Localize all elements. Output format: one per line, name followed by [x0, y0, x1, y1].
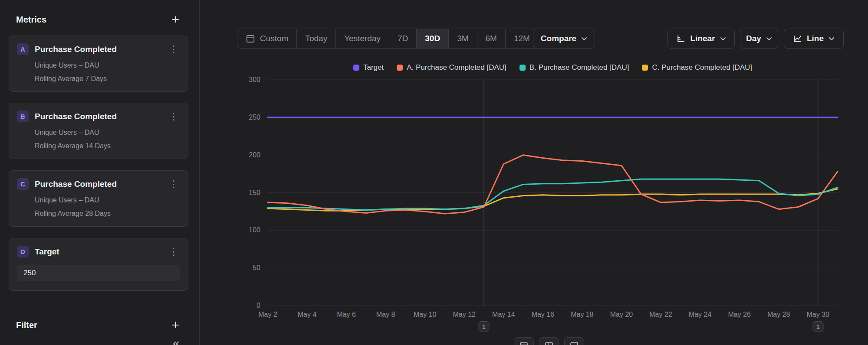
- metric-badge-c: C: [17, 178, 29, 190]
- panel-icon: [545, 342, 553, 345]
- range-button-yesterday[interactable]: Yesterday: [336, 29, 389, 48]
- metric-card-a[interactable]: A Purchase Completed ⋮ Unique Users – DA…: [9, 36, 188, 92]
- kebab-menu-icon[interactable]: ⋮: [167, 45, 180, 54]
- x-axis-tick: May 14: [492, 311, 515, 319]
- legend-item[interactable]: B. Purchase Completed [DAU]: [519, 63, 629, 72]
- range-label: 30D: [425, 34, 440, 43]
- range-button-3m[interactable]: 3M: [449, 29, 477, 48]
- legend-swatch: [642, 65, 648, 71]
- x-axis-tick: May 22: [649, 311, 672, 319]
- legend-item[interactable]: A. Purchase Completed [DAU]: [397, 63, 506, 72]
- compare-button[interactable]: Compare: [533, 29, 595, 49]
- metrics-sidebar: Metrics + A Purchase Completed ⋮ Unique …: [0, 0, 200, 345]
- metric-card-c[interactable]: C Purchase Completed ⋮ Unique Users – DA…: [9, 170, 188, 227]
- compare-label: Compare: [541, 34, 576, 43]
- metric-measurement: Unique Users – DAU: [35, 62, 180, 69]
- x-axis-tick: May 6: [337, 311, 356, 319]
- legend-label: A. Purchase Completed [DAU]: [407, 63, 506, 72]
- date-range-selector: CustomTodayYesterday7D30D3M6M12M: [237, 29, 539, 49]
- metric-rolling-average: Rolling Average 28 Days: [35, 210, 180, 218]
- metric-card-header: C Purchase Completed ⋮: [17, 178, 180, 190]
- scale-label: Linear: [690, 34, 715, 43]
- range-button-7d[interactable]: 7D: [389, 29, 417, 48]
- target-card[interactable]: D Target ⋮: [9, 238, 188, 291]
- kebab-menu-icon[interactable]: ⋮: [167, 247, 180, 257]
- target-card-header: D Target ⋮: [17, 246, 180, 257]
- target-value-input[interactable]: [17, 265, 180, 281]
- chevron-down-icon: [829, 37, 835, 41]
- target-name: Target: [35, 247, 167, 257]
- x-axis-tick: May 4: [298, 311, 317, 319]
- range-button-today[interactable]: Today: [297, 29, 336, 48]
- x-axis-tick: May 30: [806, 311, 829, 319]
- granularity-button[interactable]: Day: [740, 29, 778, 49]
- chevron-down-icon: [766, 37, 772, 41]
- filter-section: Filter +: [16, 319, 179, 332]
- legend-item[interactable]: C. Purchase Completed [DAU]: [642, 63, 752, 72]
- bottom-tool-button-2[interactable]: [539, 337, 559, 345]
- range-label: 6M: [486, 34, 497, 43]
- line-chart-icon: [793, 34, 802, 43]
- metric-rolling-average: Rolling Average 14 Days: [35, 142, 180, 150]
- metric-measurement: Unique Users – DAU: [35, 129, 180, 137]
- range-label: Today: [305, 34, 327, 43]
- x-axis-tick: May 28: [767, 311, 790, 319]
- metric-badge-a: A: [17, 43, 29, 55]
- chart-type-button[interactable]: Line: [784, 29, 844, 49]
- series-line-c: [268, 189, 838, 211]
- range-label: Yesterday: [344, 34, 381, 43]
- metric-badge-d: D: [17, 246, 29, 257]
- legend-swatch: [519, 65, 526, 71]
- x-axis-tick: May 16: [532, 311, 554, 319]
- range-button-30d[interactable]: 30D: [417, 29, 449, 48]
- legend-label: Target: [363, 63, 384, 72]
- x-axis-tick: May 12: [453, 311, 476, 319]
- metric-measurement: Unique Users – DAU: [35, 196, 180, 204]
- x-axis-tick: May 18: [571, 311, 593, 319]
- bottom-tool-button-3[interactable]: [564, 337, 584, 345]
- y-axis-tick: 250: [234, 114, 260, 121]
- sidebar-header: Metrics +: [16, 13, 179, 26]
- legend-swatch: [397, 65, 403, 71]
- x-axis-tick: May 20: [610, 311, 633, 319]
- series-line-a: [268, 155, 838, 214]
- panel-icon: [519, 342, 528, 345]
- legend-label: C. Purchase Completed [DAU]: [652, 63, 752, 72]
- calendar-icon: [246, 34, 255, 43]
- bottom-toolbar: [514, 337, 584, 345]
- y-axis-tick: 50: [234, 264, 260, 272]
- annotation-badge-2[interactable]: 1: [812, 321, 823, 332]
- scale-selector-button[interactable]: Linear: [667, 29, 735, 49]
- annotation-badge-1[interactable]: 1: [479, 321, 490, 332]
- series-line-b: [268, 179, 838, 210]
- x-axis-tick: May 26: [728, 311, 750, 319]
- x-axis-tick: May 24: [689, 311, 711, 319]
- chevron-down-icon: [581, 37, 587, 41]
- metric-name: Purchase Completed: [35, 112, 167, 121]
- legend-swatch: [353, 65, 359, 71]
- granularity-label: Day: [746, 34, 761, 43]
- bottom-tool-button-1[interactable]: [514, 337, 534, 345]
- y-axis-tick: 200: [234, 151, 260, 159]
- range-button-6m[interactable]: 6M: [477, 29, 506, 48]
- y-axis-tick: 0: [234, 302, 260, 309]
- y-axis-tick: 100: [234, 226, 260, 234]
- kebab-menu-icon[interactable]: ⋮: [167, 112, 180, 121]
- metric-card-header: B Purchase Completed ⋮: [17, 111, 180, 122]
- panel-icon: [570, 342, 579, 345]
- range-label: 3M: [457, 34, 468, 43]
- kebab-menu-icon[interactable]: ⋮: [167, 179, 180, 189]
- metric-name: Purchase Completed: [35, 45, 167, 54]
- metric-card-b[interactable]: B Purchase Completed ⋮ Unique Users – DA…: [9, 103, 188, 159]
- add-metric-button[interactable]: +: [171, 13, 179, 26]
- chevron-down-icon: [720, 37, 726, 41]
- range-button-custom[interactable]: Custom: [237, 29, 297, 48]
- legend-label: B. Purchase Completed [DAU]: [529, 63, 629, 72]
- add-filter-button[interactable]: +: [171, 319, 179, 332]
- legend-item[interactable]: Target: [353, 63, 384, 72]
- metrics-heading: Metrics: [16, 15, 46, 25]
- collapse-sidebar-icon[interactable]: «: [173, 336, 180, 345]
- x-axis-tick: May 2: [258, 311, 277, 319]
- chart-legend: TargetA. Purchase Completed [DAU]B. Purc…: [268, 63, 838, 72]
- range-label: 7D: [398, 34, 408, 43]
